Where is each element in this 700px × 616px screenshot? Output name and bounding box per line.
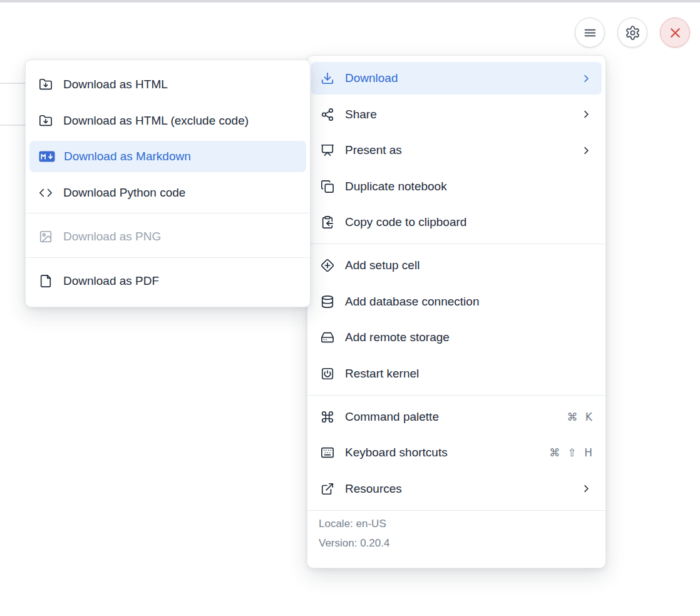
menu-item-label: Copy code to clipboard [345,215,466,229]
notebook-actions-menu-items: DownloadSharePresent asDuplicate noteboo… [307,62,605,505]
notebook-menu-button[interactable] [575,18,605,48]
submenu-item-download-as-html-exclude-code[interactable]: Download as HTML (exclude code) [29,105,306,136]
external-link-icon [321,482,334,496]
menu-item-share[interactable]: Share [311,98,602,131]
file-icon [39,274,53,288]
download-submenu-items: Download as HTMLDownload as HTML (exclud… [26,69,310,297]
menu-item-label: Download [345,71,398,85]
locale-text: Locale: en-US [319,514,594,533]
hard-drive-icon [321,331,334,344]
menu-separator [26,213,310,213]
markdown-badge-icon [39,151,55,162]
chevron-right-icon [580,108,592,120]
presentation-icon [321,143,334,157]
menu-item-label: Download as PNG [63,230,161,244]
background-cell-border-top [0,83,26,84]
version-text: Version: 0.20.4 [319,533,594,553]
menu-item-label: Duplicate notebook [345,180,447,193]
menu-icon [582,25,598,41]
chevron-right-icon [580,73,592,85]
clipboard-copy-icon [321,215,334,229]
menu-item-add-database-connection[interactable]: Add database connection [311,285,602,318]
settings-button[interactable] [617,18,647,48]
menu-item-shortcut: ⌘ ⇧ H [549,446,592,459]
folder-down-icon [39,114,53,128]
submenu-item-download-as-html[interactable]: Download as HTML [29,69,306,100]
close-icon [667,25,683,41]
menu-footer: Locale: en-US Version: 0.20.4 [307,510,605,557]
database-icon [321,295,334,309]
menu-item-present-as[interactable]: Present as [311,134,602,167]
code-icon [39,186,53,200]
menu-item-keyboard-shortcuts[interactable]: Keyboard shortcuts⌘ ⇧ H [311,436,602,469]
power-square-icon [321,367,334,381]
menu-item-download[interactable]: Download [311,62,602,95]
window-top-edge [0,0,700,3]
chevron-right-icon [580,483,592,495]
shutdown-button[interactable] [660,18,690,48]
download-icon [321,71,334,85]
menu-item-add-setup-cell[interactable]: Add setup cell [311,249,602,282]
keyboard-icon [321,446,334,459]
menu-item-label: Share [345,108,377,121]
menu-item-label: Download Python code [63,186,185,200]
gear-icon [625,25,641,41]
menu-item-label: Present as [345,143,402,157]
background-cell-border-bottom [0,125,26,126]
menu-item-label: Command palette [345,410,439,424]
menu-separator [307,244,605,244]
submenu-item-download-as-markdown[interactable]: Download as Markdown [29,141,306,172]
menu-item-label: Add remote storage [345,331,450,344]
menu-item-label: Keyboard shortcuts [345,446,448,459]
menu-item-label: Add setup cell [345,259,419,272]
menu-item-resources[interactable]: Resources [311,473,602,505]
menu-item-duplicate-notebook[interactable]: Duplicate notebook [311,170,602,203]
menu-item-label: Download as Markdown [64,150,191,163]
menu-item-label: Restart kernel [345,367,419,381]
menu-item-label: Add database connection [345,295,479,309]
menu-item-label: Download as HTML [63,78,168,91]
menu-separator [26,257,310,258]
download-submenu: Download as HTMLDownload as HTML (exclud… [25,59,311,307]
folder-down-icon [39,78,53,91]
duplicate-icon [321,180,334,193]
menu-item-shortcut: ⌘ K [567,411,592,423]
share-icon [321,108,334,121]
menu-item-label: Resources [345,482,402,496]
submenu-item-download-as-pdf[interactable]: Download as PDF [29,265,306,297]
menu-item-label: Download as HTML (exclude code) [63,114,249,128]
menu-item-add-remote-storage[interactable]: Add remote storage [311,321,602,354]
menu-item-label: Download as PDF [63,274,159,288]
notebook-actions-menu: DownloadSharePresent asDuplicate noteboo… [307,55,606,568]
submenu-item-download-as-png: Download as PNG [29,221,306,252]
command-icon [321,410,334,424]
menu-item-copy-code-to-clipboard[interactable]: Copy code to clipboard [311,206,602,239]
submenu-item-download-python-code[interactable]: Download Python code [29,177,306,208]
menu-item-restart-kernel[interactable]: Restart kernel [311,357,602,390]
menu-item-command-palette[interactable]: Command palette⌘ K [311,401,602,433]
diamond-plus-icon [321,259,334,272]
menu-separator [307,395,605,396]
image-icon [39,230,53,244]
chevron-right-icon [580,145,592,157]
